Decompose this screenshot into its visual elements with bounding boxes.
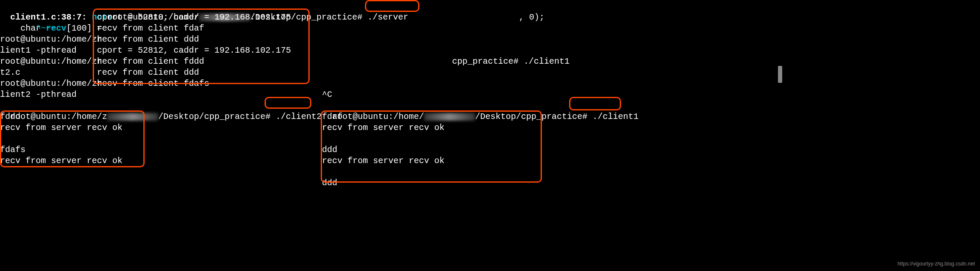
client2-recv: recv from server recv ok: [0, 155, 122, 167]
client2-prompt-line[interactable]: root@ubuntu:/home/z/Desktop/cpp_practice…: [0, 100, 322, 122]
prompt-line: root@ubuntu:/home/zh: [0, 56, 102, 67]
client1-input: ddd: [322, 144, 337, 155]
client1-command: ./client1: [593, 112, 638, 121]
client1-input: ddd: [322, 178, 337, 189]
scrollbar-thumb[interactable]: [778, 66, 782, 83]
server-output: recv from client ddd: [97, 34, 199, 45]
server-output: recv from client fdafs: [97, 78, 209, 89]
client2-input: fddd: [0, 111, 20, 122]
ctrl-c: ^C: [322, 89, 332, 100]
client1-recv: recv from server recv ok: [322, 122, 444, 133]
watermark: https://vigourtyy-zhg.blog.csdn.net: [897, 261, 975, 268]
compile-output: lient1 -pthread: [0, 45, 77, 56]
server-output: recv from client ddd: [97, 67, 199, 78]
server-command: ./server: [368, 12, 408, 22]
compile-output: lient2 -pthread: [0, 89, 77, 100]
server-output: recv from client fddd: [97, 56, 204, 67]
prompt-line: root@ubuntu:/home/zh: [0, 34, 102, 45]
client1-path-fragment: cpp_practice# ./client1: [452, 56, 570, 67]
file-name: t2.c: [0, 67, 20, 78]
client1-input: fdaf: [322, 111, 342, 122]
caret-underline: ^~~~: [0, 23, 56, 34]
code-fragment: , 0);: [519, 12, 544, 23]
server-output: cport = 52812, caddr = 192.168.102.175: [97, 45, 291, 56]
redacted-user: [107, 113, 158, 121]
client2-input: fdafs: [0, 144, 26, 155]
client1-prompt-line[interactable]: root@ubuntu:/home//Desktop/cpp_practice#…: [322, 100, 638, 122]
server-output: cport = 52810, caddr = 192.168.102.175: [97, 12, 291, 23]
server-output: recv from client fdaf: [97, 23, 204, 34]
prompt-line: root@ubuntu:/home/zh: [0, 78, 102, 89]
client1-recv: recv from server recv ok: [322, 155, 444, 167]
client2-recv: recv from server recv ok: [0, 122, 122, 133]
client2-command: ./client2: [276, 112, 322, 121]
redacted-user: [424, 113, 475, 121]
